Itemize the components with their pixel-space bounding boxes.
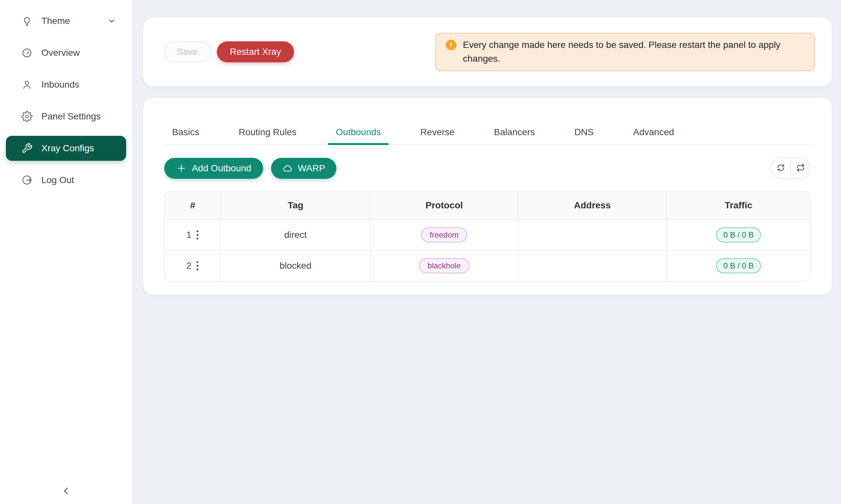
traffic-cell: 0 B / 0 B xyxy=(667,219,810,250)
refresh-icon xyxy=(776,163,786,174)
restart-warning-alert: ! Every change made here needs to be sav… xyxy=(435,33,815,71)
table-tools-group xyxy=(771,158,811,179)
warning-icon: ! xyxy=(446,40,456,50)
xray-panel-page: ThemeOverviewInboundsPanel SettingsXray … xyxy=(0,0,841,504)
tab-balancers[interactable]: Balancers xyxy=(486,127,543,144)
sidebar-item-panel-settings[interactable]: Panel Settings xyxy=(6,104,126,129)
index-cell: 1 xyxy=(165,219,221,250)
outbounds-table: #TagProtocolAddressTraffic 1directfreedo… xyxy=(164,191,811,282)
sidebar-item-label: Panel Settings xyxy=(41,111,101,122)
traffic-badge: 0 B / 0 B xyxy=(716,258,761,273)
table-row: 2blockedblackhole0 B / 0 B xyxy=(165,250,810,281)
add-outbound-label: Add Outbound xyxy=(192,164,251,173)
tag-cell: blocked xyxy=(221,250,370,281)
sidebar-item-label: Xray Configs xyxy=(41,143,94,154)
wrench-icon xyxy=(21,143,33,154)
tab-dns[interactable]: DNS xyxy=(566,127,601,144)
sidebar-menu: ThemeOverviewInboundsPanel SettingsXray … xyxy=(0,0,132,193)
traffic-badge: 0 B / 0 B xyxy=(716,228,761,242)
repeat-icon xyxy=(796,163,806,174)
tag-cell: direct xyxy=(221,219,370,250)
tab-reverse[interactable]: Reverse xyxy=(412,127,462,144)
cloud-icon xyxy=(282,163,293,174)
table-row: 1directfreedom0 B / 0 B xyxy=(165,219,810,250)
save-button[interactable]: Save xyxy=(164,41,211,62)
protocol-badge: blackhole xyxy=(419,258,469,273)
column-header-protocol: Protocol xyxy=(370,192,518,219)
sidebar-collapse-button[interactable] xyxy=(55,481,76,502)
address-cell xyxy=(518,219,667,250)
row-menu-kebab-icon[interactable] xyxy=(196,230,199,240)
outbounds-actions-row: Add Outbound WARP xyxy=(164,158,811,179)
dashboard-icon xyxy=(21,47,33,58)
restart-xray-button[interactable]: Restart Xray xyxy=(217,41,294,62)
table-header-row: #TagProtocolAddressTraffic xyxy=(165,192,810,219)
protocol-cell: blackhole xyxy=(370,250,518,281)
protocol-cell: freedom xyxy=(370,219,518,250)
refresh-button[interactable] xyxy=(771,158,790,179)
alert-text: Every change made here needs to be saved… xyxy=(463,38,804,66)
warp-button[interactable]: WARP xyxy=(271,158,337,179)
row-number: 2 xyxy=(186,260,191,271)
protocol-badge: freedom xyxy=(421,228,467,242)
sidebar-item-xray-configs[interactable]: Xray Configs xyxy=(6,136,126,161)
sidebar-item-log-out[interactable]: Log Out xyxy=(6,168,126,193)
user-icon xyxy=(21,79,33,90)
index-cell: 2 xyxy=(165,250,221,281)
traffic-cell: 0 B / 0 B xyxy=(667,250,810,281)
tab-advanced[interactable]: Advanced xyxy=(625,127,682,144)
sidebar-item-label: Theme xyxy=(41,16,70,26)
column-header-address: Address xyxy=(518,192,667,219)
row-number: 1 xyxy=(186,230,191,240)
sidebar-item-inbounds[interactable]: Inbounds xyxy=(6,72,126,97)
chevron-left-icon xyxy=(61,485,72,498)
main-content: Save Restart Xray ! Every change made he… xyxy=(132,0,841,295)
column-header-traffic: Traffic xyxy=(667,192,810,219)
toolbar-buttons: Save Restart Xray xyxy=(164,41,294,62)
sidebar-item-overview[interactable]: Overview xyxy=(6,40,126,65)
xray-config-card: BasicsRouting RulesOutboundsReverseBalan… xyxy=(143,98,832,295)
plus-icon xyxy=(176,163,187,174)
address-cell xyxy=(518,250,667,281)
logout-icon xyxy=(21,175,33,186)
config-tabs: BasicsRouting RulesOutboundsReverseBalan… xyxy=(164,98,811,145)
table-body: 1directfreedom0 B / 0 B2blockedblackhole… xyxy=(165,219,810,281)
add-outbound-button[interactable]: Add Outbound xyxy=(164,158,263,179)
gear-icon xyxy=(21,111,33,122)
sidebar-item-label: Overview xyxy=(41,48,80,58)
sidebar-item-label: Inbounds xyxy=(41,79,79,90)
sidebar-item-theme[interactable]: Theme xyxy=(6,8,126,34)
tab-routing-rules[interactable]: Routing Rules xyxy=(230,127,304,144)
sidebar-item-label: Log Out xyxy=(41,175,74,185)
lightbulb-icon xyxy=(21,15,33,26)
column-header-index: # xyxy=(165,192,221,219)
sidebar: ThemeOverviewInboundsPanel SettingsXray … xyxy=(0,0,132,504)
tab-basics[interactable]: Basics xyxy=(164,127,207,144)
chevron-down-icon xyxy=(107,16,116,25)
row-menu-kebab-icon[interactable] xyxy=(196,260,199,271)
tab-outbounds[interactable]: Outbounds xyxy=(328,127,389,144)
warp-label: WARP xyxy=(298,164,325,173)
repeat-button[interactable] xyxy=(790,158,810,179)
column-header-tag: Tag xyxy=(221,192,370,219)
toolbar-card: Save Restart Xray ! Every change made he… xyxy=(143,17,832,86)
